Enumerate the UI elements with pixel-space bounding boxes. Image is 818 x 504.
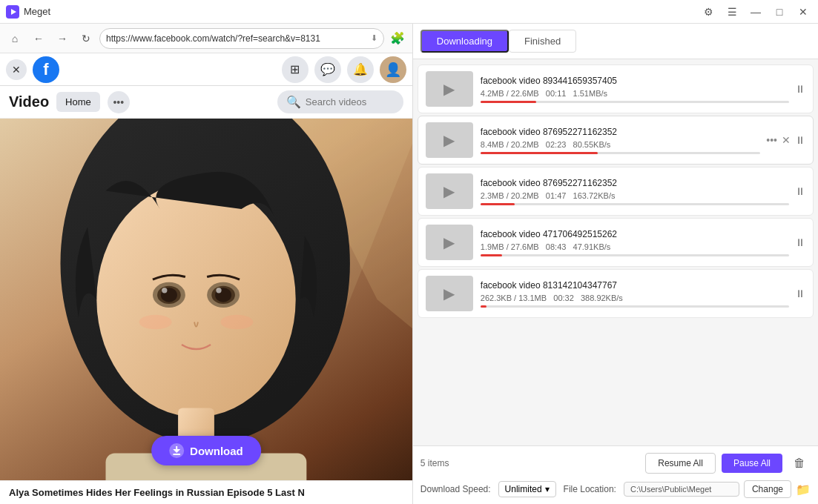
dl-name-1: facebook video 893441659357405 bbox=[481, 76, 789, 86]
dl-info-3: facebook video 876952271162352 2.3MB / 2… bbox=[481, 178, 789, 205]
play-icon-4: ▶ bbox=[443, 233, 455, 251]
svg-point-14 bbox=[216, 288, 221, 293]
back-button[interactable]: ← bbox=[28, 28, 49, 49]
forward-button[interactable]: → bbox=[52, 28, 73, 49]
trash-btn[interactable]: 🗑 bbox=[788, 452, 811, 474]
dl-info-2: facebook video 876952271162352 8.4MB / 2… bbox=[481, 127, 760, 154]
dl-info-5: facebook video 813142104347767 262.3KB /… bbox=[481, 280, 789, 308]
address-input[interactable] bbox=[106, 33, 368, 44]
download-overlay-icon bbox=[169, 443, 184, 458]
dl-controls-5: ⏸ bbox=[795, 288, 805, 299]
dl-thumb-3: ▶ bbox=[426, 173, 473, 209]
resume-all-btn[interactable]: Resume All bbox=[645, 453, 716, 474]
dl-info-1: facebook video 893441659357405 4.2MB / 2… bbox=[481, 76, 789, 103]
video-content: Download bbox=[0, 119, 412, 480]
video-section-nav: Video Home ••• 🔍 bbox=[0, 86, 412, 119]
download-item: ▶ facebook video 893441659357405 4.2MB /… bbox=[418, 64, 814, 113]
download-item: ▶ facebook video 471706492515262 1.9MB /… bbox=[418, 218, 814, 267]
speed-select[interactable]: Unlimited ▾ bbox=[498, 481, 556, 497]
dl-progress-fill-4 bbox=[481, 254, 502, 256]
fb-messenger-icon[interactable]: 💬 bbox=[314, 56, 341, 83]
change-location-btn[interactable]: Change bbox=[744, 480, 791, 498]
bottom-row2: Download Speed: Unlimited ▾ File Locatio… bbox=[420, 480, 811, 498]
video-home-btn[interactable]: Home bbox=[56, 92, 100, 112]
download-list: ▶ facebook video 893441659357405 4.2MB /… bbox=[413, 59, 818, 445]
svg-point-10 bbox=[162, 288, 167, 293]
location-label: File Location: bbox=[564, 484, 616, 494]
fb-nav-icons: ⊞ 💬 🔔 👤 bbox=[282, 56, 406, 83]
dl-more-btn-2[interactable]: ••• bbox=[766, 134, 777, 146]
dl-meta-5: 262.3KB / 13.1MB 00:32 388.92KB/s bbox=[481, 294, 789, 302]
dl-controls-3: ⏸ bbox=[795, 185, 805, 197]
dl-meta-1: 4.2MB / 22.6MB 00:11 1.51MB/s bbox=[481, 89, 789, 98]
dl-pause-btn-4[interactable]: ⏸ bbox=[795, 236, 805, 248]
dl-controls-1: ⏸ bbox=[795, 83, 805, 95]
download-bottom-bar: 5 items Resume All Pause All 🗑 Download … bbox=[413, 445, 818, 504]
video-section-title: Video bbox=[9, 93, 49, 110]
play-icon-3: ▶ bbox=[443, 182, 455, 200]
facebook-navbar: ✕ f ⊞ 💬 🔔 👤 bbox=[0, 53, 412, 86]
play-icon-2: ▶ bbox=[443, 131, 455, 149]
play-icon-1: ▶ bbox=[443, 80, 455, 98]
menu-btn[interactable]: ☰ bbox=[723, 3, 741, 21]
video-search-bar[interactable]: 🔍 bbox=[277, 90, 403, 113]
fb-close-button[interactable]: ✕ bbox=[6, 59, 27, 80]
title-bar: Meget ⚙ ☰ — □ ✕ bbox=[0, 0, 818, 24]
dl-pause-btn-2[interactable]: ⏸ bbox=[795, 134, 805, 146]
download-overlay-label: Download bbox=[190, 445, 243, 457]
folder-icon[interactable]: 📁 bbox=[796, 483, 811, 497]
fb-grid-icon[interactable]: ⊞ bbox=[282, 56, 309, 83]
app-title: Meget bbox=[24, 6, 699, 17]
bottom-row1: 5 items Resume All Pause All 🗑 bbox=[420, 452, 811, 474]
extension-button[interactable]: 🧩 bbox=[387, 28, 408, 49]
dl-progress-fill-1 bbox=[481, 101, 536, 103]
dl-progress-bar-1 bbox=[481, 101, 789, 103]
minimize-btn[interactable]: — bbox=[747, 3, 765, 21]
dl-progress-bar-4 bbox=[481, 254, 789, 256]
dl-progress-bar-3 bbox=[481, 203, 789, 205]
svg-point-16 bbox=[220, 315, 253, 330]
fb-bell-icon[interactable]: 🔔 bbox=[347, 56, 374, 83]
dl-name-2: facebook video 876952271162352 bbox=[481, 127, 760, 137]
tab-finished[interactable]: Finished bbox=[509, 30, 576, 53]
dl-thumb-5: ▶ bbox=[426, 276, 473, 311]
settings-btn[interactable]: ⚙ bbox=[699, 3, 717, 21]
maximize-btn[interactable]: □ bbox=[771, 3, 788, 21]
dl-name-4: facebook video 471706492515262 bbox=[481, 229, 789, 239]
dl-meta-4: 1.9MB / 27.6MB 08:43 47.91KB/s bbox=[481, 242, 789, 251]
bottom-actions: Resume All Pause All 🗑 bbox=[645, 452, 811, 474]
fb-logo[interactable]: f bbox=[33, 56, 59, 83]
video-thumbnail bbox=[0, 119, 412, 480]
download-tabs: Downloading Finished bbox=[413, 24, 818, 59]
bookmark-icon[interactable]: ⬇ bbox=[371, 33, 377, 43]
file-path-input[interactable] bbox=[624, 482, 739, 497]
dl-close-btn-2[interactable]: ✕ bbox=[782, 134, 791, 146]
refresh-button[interactable]: ↻ bbox=[76, 28, 96, 49]
fb-avatar[interactable]: 👤 bbox=[380, 56, 406, 83]
dl-progress-fill-3 bbox=[481, 203, 515, 205]
dl-controls-2: •••✕ ⏸ bbox=[766, 134, 805, 146]
dl-pause-btn-3[interactable]: ⏸ bbox=[795, 185, 805, 197]
dl-progress-fill-5 bbox=[481, 305, 486, 308]
dl-progress-bar-2 bbox=[481, 152, 760, 154]
dl-meta-2: 8.4MB / 20.2MB 02:23 80.55KB/s bbox=[481, 140, 760, 149]
download-count: 5 items bbox=[420, 458, 449, 468]
video-more-btn[interactable]: ••• bbox=[108, 91, 130, 113]
close-btn[interactable]: ✕ bbox=[794, 3, 812, 21]
dl-pause-btn-1[interactable]: ⏸ bbox=[795, 83, 805, 95]
address-bar-wrap[interactable]: ⬇ bbox=[99, 28, 384, 49]
video-search-input[interactable] bbox=[306, 96, 395, 107]
dl-pause-btn-5[interactable]: ⏸ bbox=[795, 288, 805, 299]
dl-meta-3: 2.3MB / 20.2MB 01:47 163.72KB/s bbox=[481, 191, 789, 200]
svg-point-6 bbox=[96, 182, 295, 417]
tab-downloading[interactable]: Downloading bbox=[420, 30, 509, 53]
download-overlay-button[interactable]: Download bbox=[151, 436, 261, 465]
dl-name-5: facebook video 813142104347767 bbox=[481, 280, 789, 291]
fb-letter: f bbox=[43, 60, 48, 79]
speed-value: Unlimited bbox=[505, 484, 542, 494]
home-button[interactable]: ⌂ bbox=[4, 28, 25, 49]
video-title-bar: Alya Sometimes Hides Her Feelings in Rus… bbox=[0, 480, 412, 504]
pause-all-btn[interactable]: Pause All bbox=[722, 454, 782, 473]
dl-thumb-2: ▶ bbox=[426, 122, 473, 158]
download-item: ▶ facebook video 876952271162352 2.3MB /… bbox=[418, 167, 814, 216]
